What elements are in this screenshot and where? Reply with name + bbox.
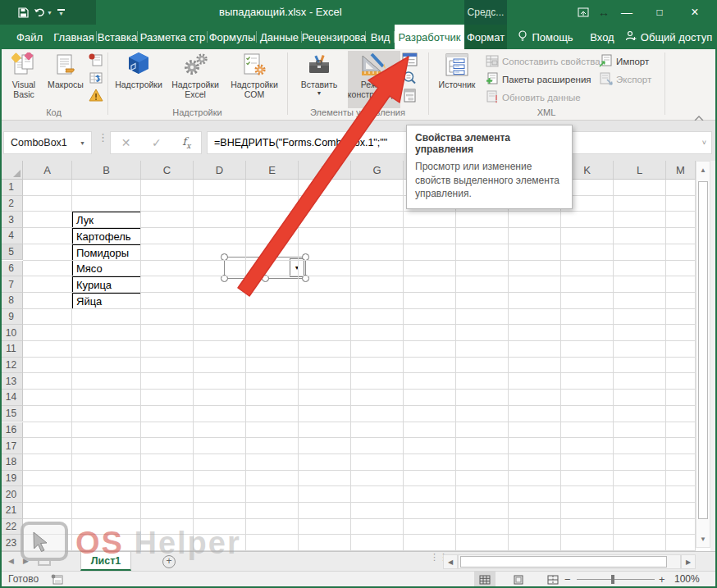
xml-source-button[interactable]: Источник: [433, 51, 481, 108]
row-header-3[interactable]: 3: [0, 212, 23, 228]
row-header-15[interactable]: 15: [0, 406, 23, 422]
minimize-button[interactable]: —: [618, 3, 636, 21]
column-header-F[interactable]: F: [299, 161, 351, 180]
name-box-caret[interactable]: ▼: [80, 140, 85, 146]
column-header-C[interactable]: C: [141, 161, 194, 180]
zoom-level[interactable]: 100%: [674, 573, 700, 585]
tab-home[interactable]: Главная: [51, 25, 97, 49]
expansion-packs-button[interactable]: Пакеты расширения: [486, 72, 591, 87]
addins-button[interactable]: Надстройки: [112, 51, 165, 108]
tab-help[interactable]: Помощь: [507, 25, 584, 49]
row-header-23[interactable]: 23: [0, 535, 23, 551]
column-header-G[interactable]: G: [351, 161, 404, 180]
xml-import-button[interactable]: Импорт: [599, 54, 649, 69]
name-box[interactable]: ComboBox1 ▼: [3, 131, 92, 154]
close-button[interactable]: ×: [686, 3, 704, 21]
column-header-M[interactable]: M: [666, 161, 696, 180]
select-all-corner[interactable]: [0, 161, 23, 180]
vertical-scrollbar[interactable]: ▲ ▼: [696, 161, 710, 548]
column-header-D[interactable]: D: [194, 161, 246, 180]
tab-data[interactable]: Данные: [257, 25, 302, 49]
zoom-slider-thumb[interactable]: [611, 575, 614, 584]
design-mode-button[interactable]: Режим конструктора: [348, 51, 400, 108]
tab-share[interactable]: Общий доступ: [620, 25, 717, 49]
row-header-2[interactable]: 2: [0, 196, 23, 212]
sheet-nav-right-icon[interactable]: ▶: [23, 557, 29, 565]
add-sheet-button[interactable]: +: [162, 555, 176, 568]
row-header-12[interactable]: 12: [0, 358, 23, 374]
row-header-18[interactable]: 18: [0, 454, 23, 471]
relative-references-button[interactable]: [87, 69, 105, 86]
customize-quick-access-icon[interactable]: ▼: [57, 9, 65, 16]
column-header-B[interactable]: B: [72, 161, 141, 180]
row-header-21[interactable]: 21: [0, 503, 23, 519]
combobox-dropdown-button[interactable]: ▼: [290, 258, 304, 277]
row-header-13[interactable]: 13: [0, 373, 23, 390]
scroll-up-arrow[interactable]: ▲: [696, 162, 710, 178]
row-header-5[interactable]: 5: [0, 244, 23, 261]
row-header-17[interactable]: 17: [0, 438, 23, 454]
list-cell-B7[interactable]: Курица: [73, 277, 140, 294]
ribbon-display-options-icon[interactable]: [574, 3, 592, 21]
insert-control-button[interactable]: Вставить ▼: [294, 51, 345, 108]
tab-insert[interactable]: Вставка: [97, 25, 138, 49]
page-break-view-button[interactable]: [542, 572, 564, 587]
cancel-entry-icon[interactable]: ✕: [121, 136, 131, 149]
row-header-20[interactable]: 20: [0, 486, 23, 503]
row-header-6[interactable]: 6: [0, 261, 23, 277]
page-layout-view-button[interactable]: [508, 572, 529, 587]
save-icon[interactable]: [18, 7, 29, 18]
row-header-19[interactable]: 19: [0, 471, 23, 487]
row-header-10[interactable]: 10: [0, 325, 23, 341]
row-header-14[interactable]: 14: [0, 390, 23, 406]
macro-security-button[interactable]: [87, 87, 105, 104]
view-code-button[interactable]: [400, 69, 418, 86]
insert-function-icon[interactable]: fx: [182, 135, 190, 150]
undo-dropdown-caret[interactable]: ▼: [47, 10, 53, 16]
com-addins-button[interactable]: Надстройки COM: [226, 51, 283, 108]
row-header-4[interactable]: 4: [0, 228, 23, 244]
scroll-down-arrow[interactable]: ▼: [696, 531, 710, 547]
tab-view[interactable]: Вид: [366, 25, 395, 49]
maximize-button[interactable]: □: [651, 3, 669, 21]
column-header-E[interactable]: E: [246, 161, 299, 180]
zoom-in-button[interactable]: +: [659, 573, 665, 586]
macros-button[interactable]: Макросы: [44, 51, 87, 108]
horizontal-scroll-thumb[interactable]: [460, 556, 667, 567]
confirm-entry-icon[interactable]: ✓: [152, 136, 162, 149]
row-header-16[interactable]: 16: [0, 422, 23, 439]
tab-developer[interactable]: Разработчик: [395, 25, 464, 49]
normal-view-button[interactable]: [474, 572, 496, 587]
scroll-left-arrow[interactable]: ◀: [443, 554, 458, 569]
scroll-right-arrow[interactable]: ▶: [681, 554, 696, 569]
row-header-1[interactable]: 1: [0, 180, 23, 196]
tab-file[interactable]: Файл: [7, 25, 53, 49]
record-macro-button[interactable]: [87, 51, 105, 68]
visual-basic-button[interactable]: Visual Basic: [3, 51, 44, 108]
list-cell-B8[interactable]: Яйца: [73, 294, 140, 310]
formula-bar-resize-handle[interactable]: ⋮: [98, 134, 108, 140]
worksheet-grid[interactable]: ЛукКартофельПомидорыМясоКурицаЯйца ▼ ABC…: [0, 161, 696, 551]
sheet-nav-left-icon[interactable]: ◀: [8, 557, 14, 565]
excel-addins-button[interactable]: Надстройки Excel: [167, 51, 224, 108]
horizontal-scrollbar[interactable]: [458, 554, 681, 569]
row-header-22[interactable]: 22: [0, 519, 23, 536]
list-cell-B5[interactable]: Помидоры: [73, 245, 140, 262]
row-header-9[interactable]: 9: [0, 309, 23, 326]
tab-sign-in[interactable]: Вход: [584, 25, 620, 49]
undo-icon[interactable]: ▼: [34, 7, 53, 17]
tab-review[interactable]: Рецензирова: [302, 25, 366, 49]
resize-icon[interactable]: ↔: [595, 3, 613, 21]
tab-page-layout[interactable]: Разметка стр: [138, 25, 208, 49]
row-header-8[interactable]: 8: [0, 293, 23, 309]
tab-formulas[interactable]: Формулы: [208, 25, 257, 49]
row-header-11[interactable]: 11: [0, 341, 23, 358]
list-cell-B6[interactable]: Мясо: [73, 261, 140, 277]
macro-record-icon[interactable]: [51, 574, 63, 587]
row-header-7[interactable]: 7: [0, 276, 23, 293]
control-properties-button[interactable]: [400, 51, 418, 68]
run-dialog-button[interactable]: [400, 87, 418, 104]
sheet-tab-list1[interactable]: Лист1: [80, 552, 131, 571]
vertical-scroll-thumb[interactable]: [698, 181, 708, 519]
expand-formula-bar-caret[interactable]: ˅: [702, 139, 706, 147]
